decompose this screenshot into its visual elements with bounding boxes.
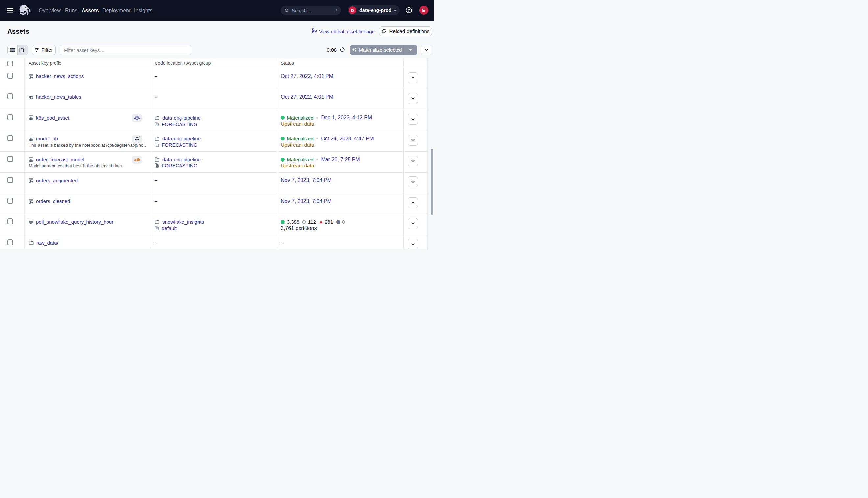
svg-text:?: ?	[408, 8, 410, 12]
